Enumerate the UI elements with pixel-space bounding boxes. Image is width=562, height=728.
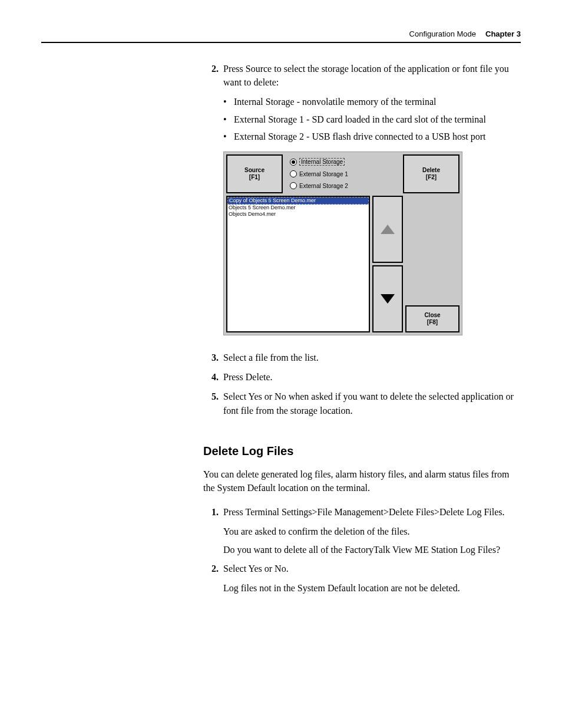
step-text: Press Terminal Settings>File Management>… <box>223 505 521 519</box>
step-text: Select Yes or No when asked if you want … <box>223 390 521 417</box>
radio-label: External Storage 1 <box>299 171 348 177</box>
radio-label: Internal Storage <box>299 158 345 166</box>
delete-button[interactable]: Delete [F2] <box>403 154 459 193</box>
step-2-bullets: • Internal Storage - nonvolatile memory … <box>223 95 521 143</box>
source-button-key: [F1] <box>249 174 260 181</box>
intro-paragraph: You can delete generated log files, alar… <box>203 467 521 495</box>
step-number: 3. <box>203 351 219 364</box>
step-2-para-1: Log files not in the System Default loca… <box>223 581 521 595</box>
radio-unselected-icon <box>290 182 297 189</box>
list-item[interactable]: Objects 5 Screen Demo.mer <box>227 205 369 211</box>
step-text: Press Delete. <box>223 370 521 384</box>
header-section: Configuration Mode <box>409 29 476 38</box>
bullet-item: • External Storage 1 - SD card loaded in… <box>223 113 521 126</box>
close-button-key: [F8] <box>427 319 438 326</box>
bullet-item: • External Storage 2 - USB flash drive c… <box>223 130 521 143</box>
triangle-down-icon <box>381 294 395 304</box>
step-number: 4. <box>203 370 219 384</box>
step-number: 1. <box>203 505 219 519</box>
triangle-up-icon <box>381 225 395 234</box>
section-heading: Delete Log Files <box>203 444 521 458</box>
radio-unselected-icon <box>290 170 297 177</box>
list-item[interactable]: Objects Demo4.mer <box>227 211 369 218</box>
close-button[interactable]: Close [F8] <box>405 305 459 332</box>
step-number: 2. <box>203 562 219 575</box>
close-button-label: Close <box>424 312 440 319</box>
delete-button-key: [F2] <box>426 174 437 181</box>
step-5: 5. Select Yes or No when asked if you wa… <box>203 390 521 417</box>
embedded-screenshot: Source [F1] Internal Storage External St… <box>223 151 521 335</box>
radio-external-storage-2[interactable]: External Storage 2 <box>290 182 396 189</box>
scroll-down-button[interactable] <box>372 265 403 332</box>
scroll-up-button[interactable] <box>372 196 403 263</box>
header-chapter: Chapter 3 <box>485 29 521 38</box>
step-number: 2. <box>203 62 219 89</box>
source-button[interactable]: Source [F1] <box>226 154 283 193</box>
bullet-text: Internal Storage - nonvolatile memory of… <box>234 95 436 108</box>
bullet-icon: • <box>223 130 234 143</box>
step-text: Select a file from the list. <box>223 351 521 364</box>
storage-radio-group: Internal Storage External Storage 1 Exte… <box>285 154 401 193</box>
radio-external-storage-1[interactable]: External Storage 1 <box>290 170 396 177</box>
step-number: 5. <box>203 390 219 417</box>
delete-step-2: 2. Select Yes or No. <box>203 562 521 575</box>
step-text: Press Source to select the storage locat… <box>223 62 521 89</box>
file-list[interactable]: Copy of Objects 5 Screen Demo.mer Object… <box>226 196 370 332</box>
source-button-label: Source <box>244 167 265 174</box>
step-4: 4. Press Delete. <box>203 370 521 384</box>
step-1-para-2: Do you want to delete all of the Factory… <box>223 543 521 556</box>
header-rule <box>41 42 521 43</box>
page-header: Configuration Mode Chapter 3 <box>41 29 521 38</box>
list-item[interactable]: Copy of Objects 5 Screen Demo.mer <box>227 197 369 205</box>
bullet-icon: • <box>223 95 234 108</box>
bullet-text: External Storage 1 - SD card loaded in t… <box>234 113 486 126</box>
bullet-item: • Internal Storage - nonvolatile memory … <box>223 95 521 108</box>
delete-files-dialog: Source [F1] Internal Storage External St… <box>223 151 462 335</box>
step-2: 2. Press Source to select the storage lo… <box>203 62 521 89</box>
radio-label: External Storage 2 <box>299 183 348 189</box>
radio-selected-icon <box>290 159 297 166</box>
step-text: Select Yes or No. <box>223 562 521 575</box>
bullet-text: External Storage 2 - USB flash drive con… <box>234 130 485 143</box>
delete-button-label: Delete <box>422 167 440 174</box>
step-3: 3. Select a file from the list. <box>203 351 521 364</box>
delete-step-1: 1. Press Terminal Settings>File Manageme… <box>203 505 521 519</box>
step-1-para-1: You are asked to confirm the deletion of… <box>223 525 521 538</box>
bullet-icon: • <box>223 113 234 126</box>
radio-internal-storage[interactable]: Internal Storage <box>290 158 396 166</box>
